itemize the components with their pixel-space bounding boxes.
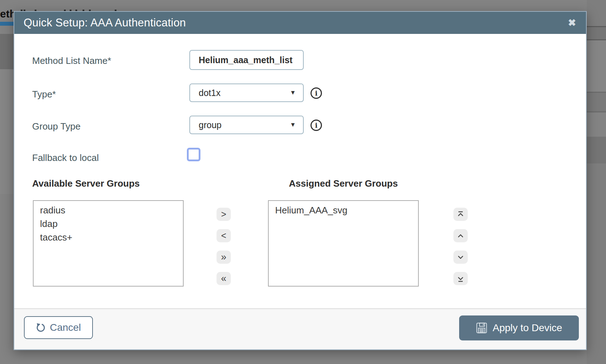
chevron-down-icon: ▼ <box>290 89 296 96</box>
fallback-to-local-checkbox[interactable] <box>187 148 200 161</box>
screen: etho Quick Setup: AAA Authentication ✖ M… <box>0 0 606 364</box>
apply-to-device-button-label: Apply to Device <box>493 322 562 334</box>
undo-icon <box>36 323 45 333</box>
list-item[interactable]: ldap <box>34 217 183 231</box>
list-item[interactable]: Helium_AAA_svg <box>269 203 418 217</box>
assigned-server-groups-list[interactable]: Helium_AAA_svg <box>268 200 419 287</box>
type-dropdown[interactable]: dot1x ▼ <box>189 84 304 102</box>
move-to-bottom-icon <box>457 275 465 283</box>
dialog-footer: Cancel Apply to Device <box>14 308 586 349</box>
available-server-groups-header: Available Server Groups <box>32 178 140 189</box>
list-item[interactable]: radius <box>34 203 183 217</box>
chevron-left-icon: < <box>221 231 227 240</box>
fallback-to-local-label: Fallback to local <box>32 152 99 163</box>
move-to-top-button[interactable] <box>453 208 468 221</box>
method-list-name-label: Method List Name* <box>32 55 111 66</box>
group-type-label: Group Type <box>32 121 80 132</box>
chevron-down-icon <box>457 253 465 261</box>
quick-setup-aaa-authentication-dialog: Quick Setup: AAA Authentication ✖ Method… <box>14 11 587 350</box>
available-server-groups-list[interactable]: radius ldap tacacs+ <box>33 200 184 287</box>
background-table-right-strip <box>587 0 606 364</box>
double-chevron-left-icon: « <box>221 274 226 283</box>
group-type-dropdown-value: group <box>199 120 222 130</box>
double-chevron-right-icon: » <box>221 252 226 262</box>
move-to-top-icon <box>457 211 465 218</box>
move-up-button[interactable] <box>453 229 468 242</box>
move-down-button[interactable] <box>453 251 468 264</box>
group-type-info-icon[interactable]: i <box>311 120 322 131</box>
apply-to-device-button[interactable]: Apply to Device <box>459 315 579 340</box>
type-info-icon[interactable]: i <box>311 87 322 99</box>
background-active-tab-underline <box>0 22 14 26</box>
move-to-bottom-button[interactable] <box>453 272 468 285</box>
background-table-band <box>0 69 14 194</box>
dialog-title: Quick Setup: AAA Authentication <box>24 16 186 29</box>
save-icon <box>476 322 487 334</box>
group-type-dropdown[interactable]: group ▼ <box>189 116 304 134</box>
close-icon[interactable]: ✖ <box>568 12 576 34</box>
background-heading-fragment: etho <box>0 8 14 21</box>
dialog-header: Quick Setup: AAA Authentication ✖ <box>14 12 586 34</box>
method-list-name-input[interactable] <box>189 50 304 70</box>
cancel-button[interactable]: Cancel <box>24 316 93 339</box>
background-table-header-band <box>0 34 14 69</box>
cancel-button-label: Cancel <box>50 322 81 333</box>
chevron-down-icon: ▼ <box>290 121 296 128</box>
chevron-up-icon <box>457 232 465 240</box>
move-all-left-button[interactable]: « <box>217 272 231 285</box>
list-item[interactable]: tacacs+ <box>34 231 183 244</box>
assigned-server-groups-header: Assigned Server Groups <box>268 178 419 189</box>
move-right-button[interactable]: > <box>217 208 231 221</box>
move-all-right-button[interactable]: » <box>217 251 231 264</box>
type-label: Type* <box>32 89 56 100</box>
chevron-right-icon: > <box>221 210 227 219</box>
move-left-button[interactable]: < <box>217 229 231 242</box>
type-dropdown-value: dot1x <box>199 88 220 98</box>
